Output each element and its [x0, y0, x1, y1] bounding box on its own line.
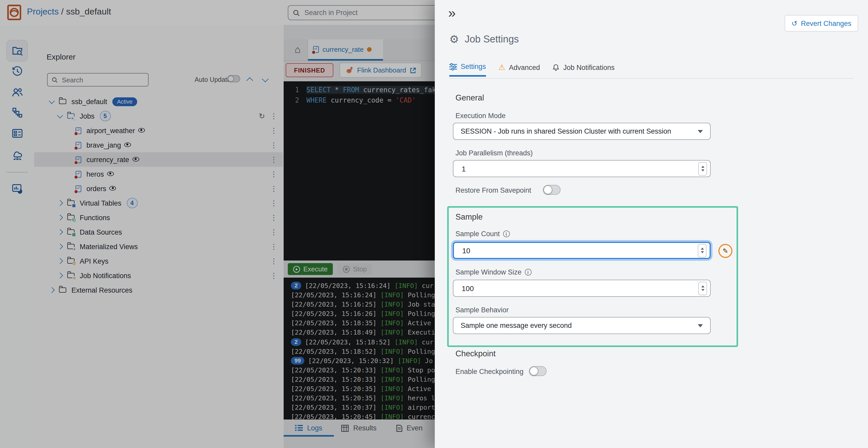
sample-behavior-value: Sample one message every second — [461, 322, 572, 329]
execution-mode-label: Execution Mode — [456, 112, 506, 120]
tab-job-notifications[interactable]: Job Notifications — [553, 63, 615, 77]
job-settings-drawer: » ⚙ Job Settings ↺ Revert Changes Settin… — [435, 0, 868, 448]
job-parallelism-input[interactable] — [461, 164, 698, 173]
sample-count-input-wrap — [453, 242, 711, 259]
execution-mode-value: SESSION - Job runs in shared Session Clu… — [461, 127, 671, 135]
sample-window-size-input[interactable] — [461, 283, 698, 293]
revert-icon: ↺ — [792, 19, 797, 27]
drawer-header: ⚙ Job Settings — [449, 33, 519, 46]
revert-changes-label: Revert Changes — [801, 20, 851, 27]
info-icon[interactable]: i — [525, 269, 531, 275]
collapse-drawer-icon[interactable]: » — [448, 5, 456, 21]
warning-icon: ⚠ — [498, 63, 505, 72]
sliders-icon — [449, 63, 457, 70]
sample-count-label: Sample Count i — [456, 230, 509, 238]
sample-count-input[interactable] — [461, 246, 698, 255]
chevron-down-icon — [698, 324, 703, 327]
tab-advanced-label: Advanced — [509, 63, 540, 71]
tab-settings-label: Settings — [461, 63, 486, 70]
bell-icon — [553, 63, 560, 71]
tabs-divider — [449, 78, 853, 79]
sample-window-size-label-text: Sample Window Size — [456, 268, 522, 276]
sample-window-size-input-wrap — [453, 280, 711, 297]
sample-window-size-label: Sample Window Size i — [456, 268, 531, 276]
job-parallelism-label: Job Parallelism (threads) — [456, 149, 533, 157]
edit-cursor-indicator: ✎ — [718, 244, 733, 258]
tab-advanced[interactable]: ⚠ Advanced — [498, 63, 540, 77]
restore-from-savepoint-toggle[interactable] — [543, 185, 561, 195]
restore-from-savepoint-label: Restore From Savepoint — [456, 186, 531, 194]
screenshot-viewport: Projects / ssb_default — [0, 0, 868, 448]
revert-changes-button[interactable]: ↺ Revert Changes — [785, 15, 858, 32]
tab-job-notifications-label: Job Notifications — [563, 63, 615, 71]
enable-checkpointing-label: Enable Checkpointing — [456, 368, 524, 376]
number-stepper[interactable] — [698, 281, 707, 295]
execution-mode-select[interactable]: SESSION - Job runs in shared Session Clu… — [453, 123, 711, 140]
chevron-down-icon — [698, 130, 703, 133]
checkpoint-section-heading: Checkpoint — [456, 349, 496, 358]
sample-section-heading: Sample — [456, 212, 483, 222]
gear-icon: ⚙ — [449, 33, 459, 46]
app-stage: Projects / ssb_default — [0, 0, 868, 448]
tab-settings[interactable]: Settings — [449, 63, 486, 77]
info-icon[interactable]: i — [503, 231, 509, 237]
job-parallelism-input-wrap — [453, 160, 711, 177]
sample-behavior-label: Sample Behavior — [456, 306, 509, 314]
number-stepper[interactable] — [698, 244, 707, 257]
general-section-heading: General — [456, 93, 484, 102]
drawer-title: Job Settings — [465, 34, 519, 45]
drawer-tabs: Settings ⚠ Advanced Job Notifications — [449, 63, 615, 77]
enable-checkpointing-toggle[interactable] — [529, 366, 547, 376]
number-stepper[interactable] — [698, 162, 707, 175]
sample-count-label-text: Sample Count — [456, 230, 500, 238]
sample-behavior-select[interactable]: Sample one message every second — [453, 317, 711, 334]
